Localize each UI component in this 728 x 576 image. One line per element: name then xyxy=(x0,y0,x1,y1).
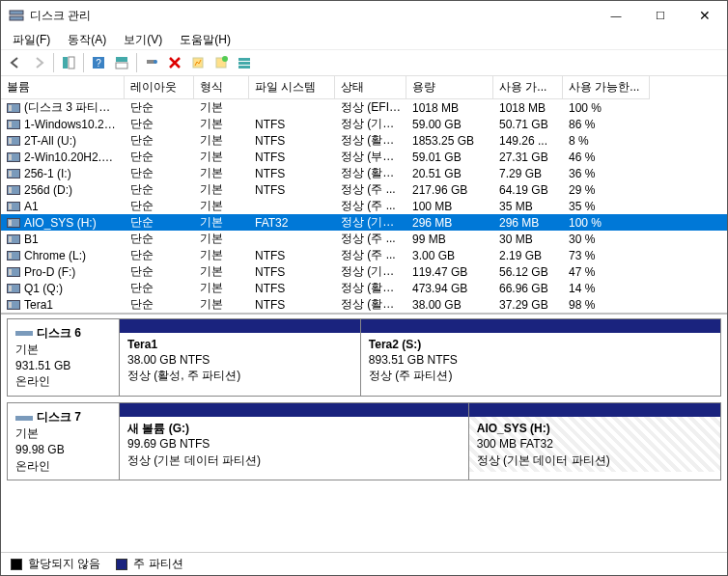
volume-cell-fs: FAT32 xyxy=(249,216,335,230)
volume-cell-fs: NTFS xyxy=(249,249,335,262)
volume-row[interactable]: Tera1단순기본NTFS정상 (활성...38.00 GB37.29 GB98… xyxy=(1,296,727,313)
close-button[interactable]: ✕ xyxy=(683,1,727,30)
volume-list-header[interactable]: 볼륨 레이아웃 형식 파일 시스템 상태 용량 사용 가... 사용 가능한..… xyxy=(1,76,727,99)
volume-cell-fs: NTFS xyxy=(249,183,335,197)
svg-rect-13 xyxy=(238,58,250,61)
disk-info[interactable]: 디스크 7기본99.98 GB온라인 xyxy=(8,403,120,480)
volume-list[interactable]: 볼륨 레이아웃 형식 파일 시스템 상태 용량 사용 가... 사용 가능한..… xyxy=(1,76,727,315)
partition[interactable]: Tera2 (S:)893.51 GB NTFS정상 (주 파티션) xyxy=(360,319,720,396)
header-capacity[interactable]: 용량 xyxy=(406,76,493,99)
volume-row[interactable]: 2-Win10.20H2.En...단순기본NTFS정상 (부팅...59.01… xyxy=(1,149,727,165)
volume-cell-status: 정상 (주 ... xyxy=(335,231,406,247)
volume-cell-type: 기본 xyxy=(194,181,249,198)
volume-cell-layout: 단순 xyxy=(125,181,194,198)
volume-cell-pct: 86 % xyxy=(563,118,650,131)
volume-cell-cap: 59.01 GB xyxy=(406,151,493,164)
back-button[interactable] xyxy=(5,52,26,73)
header-filesystem[interactable]: 파일 시스템 xyxy=(249,76,335,99)
menu-help[interactable]: 도움말(H) xyxy=(172,30,238,50)
toolbar-separator xyxy=(136,53,137,72)
volume-cell-name: Pro-D (F:) xyxy=(1,265,125,279)
disk-type: 기본 xyxy=(15,343,39,356)
svg-rect-15 xyxy=(238,66,250,69)
volume-row[interactable]: Pro-D (F:)단순기본NTFS정상 (기본...119.47 GB56.1… xyxy=(1,263,727,280)
volume-cell-type: 기본 xyxy=(194,99,249,116)
volume-row[interactable]: 256-1 (I:)단순기본NTFS정상 (활성...20.51 GB7.29 … xyxy=(1,165,727,181)
volume-cell-cap: 1018 MB xyxy=(406,101,493,115)
window-title: 디스크 관리 xyxy=(30,8,594,24)
partition-bar xyxy=(120,319,360,333)
volume-row[interactable]: (디스크 3 파티션 1)단순기본정상 (EFI ...1018 MB1018 … xyxy=(1,99,727,116)
volume-cell-free: 37.29 GB xyxy=(493,298,563,312)
disk-graphical-pane[interactable]: 디스크 6기본931.51 GB온라인Tera138.00 GB NTFS정상 … xyxy=(1,315,727,552)
volume-cell-free: 1018 MB xyxy=(493,101,563,115)
refresh-button[interactable] xyxy=(141,52,162,73)
titlebar[interactable]: 디스크 관리 — ☐ ✕ xyxy=(1,1,727,30)
volume-row[interactable]: Q1 (Q:)단순기본NTFS정상 (활성...473.94 GB66.96 G… xyxy=(1,280,727,296)
header-pct[interactable]: 사용 가능한... xyxy=(563,76,650,99)
menu-action[interactable]: 동작(A) xyxy=(60,30,114,50)
header-free[interactable]: 사용 가... xyxy=(493,76,563,99)
partition-size: 38.00 GB NTFS xyxy=(127,353,210,367)
forward-button[interactable] xyxy=(28,52,49,73)
volume-cell-pct: 98 % xyxy=(563,298,650,312)
view-button-1[interactable] xyxy=(58,52,79,73)
properties-button[interactable] xyxy=(187,52,209,73)
partition-name: Tera1 xyxy=(127,338,157,351)
menu-file[interactable]: 파일(F) xyxy=(5,30,58,50)
header-layout[interactable]: 레이아웃 xyxy=(125,76,194,99)
volume-cell-type: 기본 xyxy=(194,263,249,280)
volume-cell-type: 기본 xyxy=(194,165,249,181)
volume-cell-fs: NTFS xyxy=(249,282,335,295)
view-button-2[interactable] xyxy=(111,52,132,73)
legend: 할당되지 않음 주 파티션 xyxy=(1,552,727,575)
disk-icon xyxy=(15,416,33,421)
partition[interactable]: 새 볼륨 (G:)99.69 GB NTFS정상 (기본 데이터 파티션) xyxy=(120,403,468,480)
header-type[interactable]: 형식 xyxy=(194,76,249,99)
volume-cell-type: 기본 xyxy=(194,149,249,165)
volume-icon xyxy=(7,169,20,178)
disk-management-window: 디스크 관리 — ☐ ✕ 파일(F) 동작(A) 보기(V) 도움말(H) ? … xyxy=(0,0,728,576)
header-status[interactable]: 상태 xyxy=(335,76,406,99)
volume-row[interactable]: A1단순기본정상 (주 ...100 MB35 MB35 % xyxy=(1,198,727,214)
volume-cell-type: 기본 xyxy=(194,296,249,313)
volume-row[interactable]: AIO_SYS (H:)단순기본FAT32정상 (기본...296 MB296 … xyxy=(1,214,727,231)
volume-row[interactable]: B1단순기본정상 (주 ...99 MB30 MB30 % xyxy=(1,231,727,247)
volume-cell-type: 기본 xyxy=(194,280,249,296)
volume-cell-status: 정상 (주 ... xyxy=(335,198,406,214)
svg-point-9 xyxy=(154,60,157,64)
volume-row[interactable]: 1-Windows10.20...단순기본NTFS정상 (기본...59.00 … xyxy=(1,116,727,132)
menu-view[interactable]: 보기(V) xyxy=(116,30,170,50)
volume-cell-pct: 30 % xyxy=(563,233,650,246)
disk-icon xyxy=(15,331,33,336)
maximize-button[interactable]: ☐ xyxy=(638,1,683,30)
volume-icon xyxy=(7,202,20,211)
disk-size: 931.51 GB xyxy=(15,359,70,372)
app-icon xyxy=(9,8,24,23)
volume-cell-layout: 단순 xyxy=(125,132,194,149)
new-button[interactable] xyxy=(210,52,232,73)
partition[interactable]: Tera138.00 GB NTFS정상 (활성, 주 파티션) xyxy=(120,319,360,396)
menubar: 파일(F) 동작(A) 보기(V) 도움말(H) xyxy=(1,30,727,49)
disk-type: 기본 xyxy=(15,426,39,440)
volume-row[interactable]: Chrome (L:)단순기본NTFS정상 (주 ...3.00 GB2.19 … xyxy=(1,247,727,263)
volume-cell-cap: 38.00 GB xyxy=(406,298,493,312)
volume-row[interactable]: 2T-All (U:)단순기본NTFS정상 (활성...1853.25 GB14… xyxy=(1,132,727,149)
list-button[interactable] xyxy=(234,52,255,73)
partition[interactable]: AIO_SYS (H:)300 MB FAT32정상 (기본 데이터 파티션) xyxy=(468,403,720,480)
volume-icon xyxy=(7,284,20,293)
volume-icon xyxy=(7,218,20,228)
volume-cell-fs: NTFS xyxy=(249,298,335,312)
partition-status: 정상 (기본 데이터 파티션) xyxy=(477,453,610,467)
volume-cell-cap: 99 MB xyxy=(406,233,493,246)
help-button[interactable]: ? xyxy=(88,52,109,73)
partition-status: 정상 (주 파티션) xyxy=(369,369,453,382)
volume-cell-pct: 100 % xyxy=(563,101,650,115)
volume-row[interactable]: 256d (D:)단순기본NTFS정상 (주 ...217.96 GB64.19… xyxy=(1,181,727,198)
header-volume[interactable]: 볼륨 xyxy=(1,76,125,99)
disk-info[interactable]: 디스크 6기본931.51 GB온라인 xyxy=(8,319,120,396)
disk-size: 99.98 GB xyxy=(15,443,65,456)
delete-button[interactable] xyxy=(164,52,185,73)
minimize-button[interactable]: — xyxy=(594,1,638,30)
svg-rect-1 xyxy=(10,16,23,20)
